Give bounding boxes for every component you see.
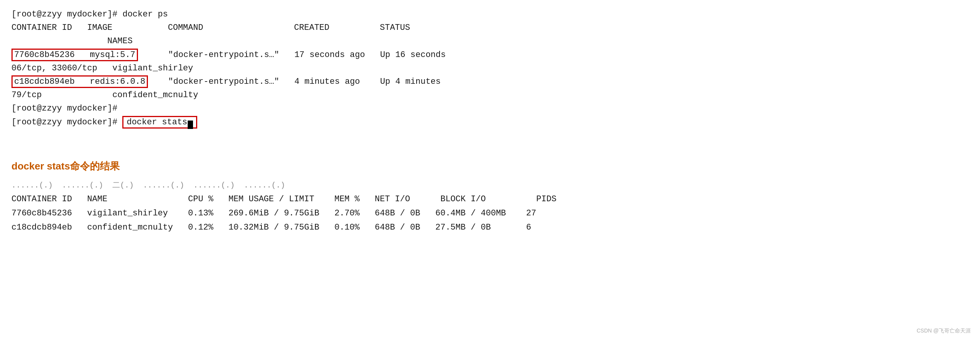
terminal-header-row: CONTAINER ID IMAGE COMMAND CREATED STATU… [11,21,969,34]
cursor [188,121,193,129]
page-container: [root@zzyy mydocker]# docker ps CONTAINE… [0,0,980,243]
section-heading: docker stats命令的结果 [0,152,980,179]
mysql-redbox: 7760c8b45236 mysql:5.7 [11,49,138,61]
terminal-names-header: NAMES [11,34,969,48]
docker-stats-redbox: docker stats [122,116,197,129]
stats-row-1: 7760c8b45236 vigilant_shirley 0.13% 269.… [11,206,969,220]
stats-partial-line: ......(.) ......(.) 二(.) ......(.) .....… [11,179,969,192]
terminal-mysql-ports: 06/tcp, 33060/tcp vigilant_shirley [11,62,969,75]
redis-redbox: c18cdcb894eb redis:6.0.8 [11,75,148,88]
terminal-line-docker-ps: [root@zzyy mydocker]# docker ps [11,8,969,21]
stats-header-row: CONTAINER ID NAME CPU % MEM USAGE / LIMI… [11,192,969,206]
terminal-mysql-line: 7760c8b45236 mysql:5.7 "docker-entrypoin… [11,48,969,62]
footer-brand: CSDN @飞哥亡命天涯 [917,328,971,334]
stats-section: ......(.) ......(.) 二(.) ......(.) .....… [0,179,980,243]
terminal-redis-line: c18cdcb894eb redis:6.0.8 "docker-entrypo… [11,75,969,88]
terminal-blank-prompt: [root@zzyy mydocker]# [11,102,969,115]
stats-row-2: c18cdcb894eb confident_mcnulty 0.12% 10.… [11,220,969,235]
terminal-docker-stats-line: [root@zzyy mydocker]# docker stats [11,116,969,129]
terminal-section: [root@zzyy mydocker]# docker ps CONTAINE… [0,0,980,140]
spacer [0,140,980,152]
terminal-redis-ports: 79/tcp confident_mcnulty [11,88,969,102]
